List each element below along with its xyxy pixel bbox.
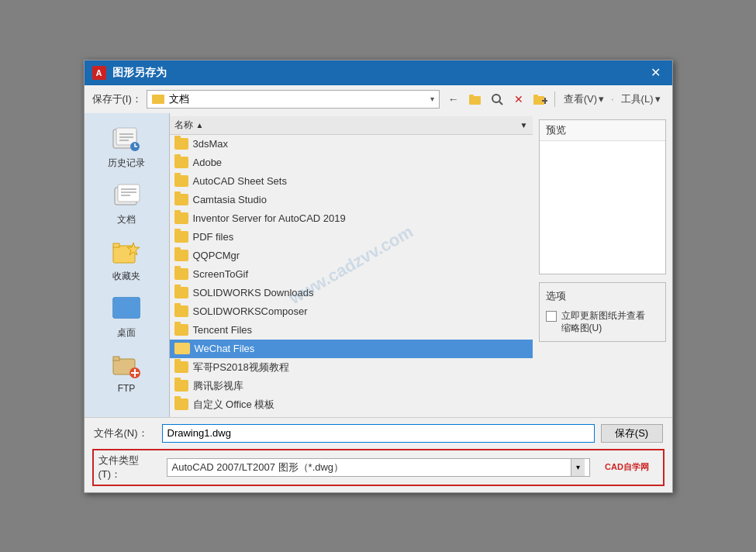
combo-arrow-icon: ▾: [430, 95, 434, 103]
update-thumbnail-label: 立即更新图纸并查看缩略图(U): [561, 309, 645, 336]
folder-icon: [174, 138, 188, 150]
folder-icon: [174, 175, 188, 187]
file-row[interactable]: 腾讯影视库: [170, 377, 533, 395]
dialog-title: 图形另存为: [112, 66, 167, 80]
file-list: 3dsMaxAdobeAutoCAD Sheet SetsCamtasia St…: [170, 135, 533, 414]
toolbar-icons: ← ✕: [444, 90, 665, 109]
search-button[interactable]: [488, 90, 506, 109]
folder-icon: [152, 95, 164, 104]
desktop-icon: [111, 295, 142, 323]
file-row[interactable]: AutoCAD Sheet Sets: [170, 172, 533, 191]
main-area: 历史记录 文档: [85, 113, 672, 417]
file-name: 自定义 Office 模板: [193, 398, 275, 412]
filetype-row: 文件类型(T)： AutoCAD 2007/LT2007 图形（*.dwg） ▾…: [92, 449, 665, 486]
sidebar-item-documents[interactable]: 文档: [91, 178, 161, 231]
save-dialog: A 图形另存为 ✕ 保存于(I)： 文档 ▾ ←: [84, 60, 673, 493]
location-combo[interactable]: 文档 ▾: [147, 90, 440, 109]
file-name: PDF files: [193, 231, 234, 243]
documents-icon: [111, 182, 142, 210]
file-row[interactable]: SOLIDWORKSComposer: [170, 302, 533, 321]
name-column-header: 名称 ▲: [174, 119, 204, 132]
update-thumbnail-checkbox[interactable]: [546, 311, 557, 322]
file-name: Tencent Files: [193, 324, 253, 336]
history-label: 历史记录: [108, 157, 145, 170]
svg-rect-15: [118, 185, 140, 202]
folder-icon: [174, 212, 188, 224]
svg-rect-23: [113, 298, 140, 318]
tools-button[interactable]: 工具(L) ▾: [617, 90, 665, 109]
bottom-area: 文件名(N)： 保存(S) 文件类型(T)： AutoCAD 2007/LT20…: [85, 417, 672, 492]
svg-rect-5: [533, 95, 538, 97]
sidebar-item-favorites[interactable]: 收藏夹: [91, 234, 161, 288]
folder-icon: [174, 361, 188, 373]
dot-separator: ·: [611, 93, 614, 105]
folder-icon: [174, 231, 188, 243]
title-bar-left: A 图形另存为: [92, 66, 167, 80]
folder-button[interactable]: [466, 90, 485, 109]
preview-box: 预览: [539, 119, 666, 274]
favorites-icon: [111, 239, 142, 267]
toolbar-separator: [554, 91, 555, 107]
sidebar-item-history[interactable]: 历史记录: [91, 121, 161, 174]
view-button[interactable]: 查看(V) ▾: [560, 90, 608, 109]
folder-icon: [174, 343, 190, 354]
file-name: AutoCAD Sheet Sets: [193, 175, 287, 187]
delete-button[interactable]: ✕: [509, 90, 528, 109]
svg-rect-0: [469, 96, 481, 105]
file-row[interactable]: PDF files: [170, 228, 533, 247]
svg-point-2: [492, 95, 500, 102]
file-row[interactable]: QQPCMgr: [170, 247, 533, 265]
file-row[interactable]: ScreenToGif: [170, 265, 533, 284]
toolbar: 保存于(I)： 文档 ▾ ← ✕: [85, 85, 672, 113]
preview-content: [540, 141, 665, 274]
svg-rect-1: [469, 95, 474, 97]
svg-rect-20: [113, 243, 119, 247]
ftp-label: FTP: [118, 383, 136, 394]
folder-icon: [174, 157, 188, 168]
file-row[interactable]: Camtasia Studio: [170, 191, 533, 209]
file-name: SOLIDWORKSComposer: [193, 305, 308, 317]
update-thumbnail-option: 立即更新图纸并查看缩略图(U): [546, 309, 659, 336]
desktop-label: 桌面: [117, 326, 136, 340]
filename-label: 文件名(N)：: [94, 426, 156, 440]
folder-icon: [174, 324, 188, 336]
location-text: 文档: [169, 92, 426, 106]
save-button[interactable]: 保存(S): [601, 424, 663, 443]
site-watermark: CAD自学网: [605, 461, 649, 473]
history-icon: [111, 126, 142, 154]
close-button[interactable]: ✕: [647, 64, 665, 81]
filetype-label: 文件类型(T)：: [98, 454, 161, 481]
title-bar: A 图形另存为 ✕: [85, 60, 672, 85]
file-row[interactable]: Adobe: [170, 154, 533, 172]
filename-input[interactable]: [162, 424, 595, 443]
new-folder-button[interactable]: [531, 90, 550, 109]
file-row[interactable]: 军哥PS2018视频教程: [170, 358, 533, 377]
file-row[interactable]: Inventor Server for AutoCAD 2019: [170, 209, 533, 228]
file-name: 腾讯影视库: [193, 379, 243, 393]
filetype-combo-arrow[interactable]: ▾: [571, 459, 585, 476]
file-name: Inventor Server for AutoCAD 2019: [193, 212, 346, 224]
folder-icon: [174, 398, 188, 410]
file-name: Camtasia Studio: [193, 194, 267, 205]
back-button[interactable]: ←: [444, 90, 463, 109]
sort-column-header: ▼: [520, 119, 528, 132]
file-row[interactable]: 3dsMax: [170, 135, 533, 154]
file-row[interactable]: 自定义 Office 模板: [170, 395, 533, 414]
svg-rect-25: [113, 357, 119, 361]
documents-label: 文档: [117, 213, 136, 226]
svg-line-3: [499, 102, 502, 105]
filetype-combo[interactable]: AutoCAD 2007/LT2007 图形（*.dwg） ▾: [167, 458, 590, 477]
file-name: Adobe: [193, 157, 223, 168]
sidebar-item-ftp[interactable]: FTP: [91, 347, 161, 398]
file-row[interactable]: WeChat Files: [170, 340, 533, 358]
filename-row: 文件名(N)： 保存(S): [94, 424, 663, 443]
folder-icon: [174, 194, 188, 205]
file-row[interactable]: Tencent Files: [170, 321, 533, 340]
file-row[interactable]: SOLIDWORKS Downloads: [170, 284, 533, 302]
sidebar: 历史记录 文档: [85, 113, 170, 417]
file-list-header: 名称 ▲ ▼: [170, 116, 533, 135]
options-area: 选项 立即更新图纸并查看缩略图(U): [539, 282, 666, 343]
preview-options-area: 预览 选项 立即更新图纸并查看缩略图(U): [533, 113, 672, 417]
folder-icon: [174, 268, 188, 280]
sidebar-item-desktop[interactable]: 桌面: [91, 291, 161, 344]
